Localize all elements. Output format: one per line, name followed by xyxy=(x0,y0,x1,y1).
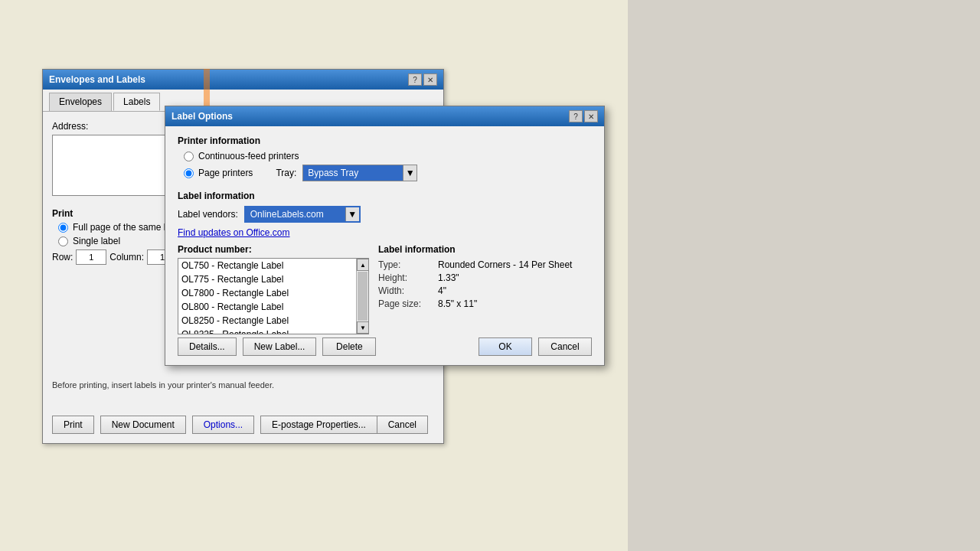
label-options-titlebar: Label Options ? ✕ xyxy=(165,106,604,126)
list-item[interactable]: OL7800 - Rectangle Label xyxy=(178,286,356,300)
product-scrollbar[interactable]: ▲ ▼ xyxy=(356,259,368,334)
width-val: 4" xyxy=(438,285,446,296)
tray-label: Tray: xyxy=(276,168,296,178)
product-list: OL750 - Rectangle Label OL775 - Rectangl… xyxy=(178,259,368,334)
label-info-section: Label information Label vendors: OnlineL… xyxy=(178,191,592,238)
continuous-feed-radio[interactable] xyxy=(184,152,194,161)
full-page-radio[interactable] xyxy=(58,223,68,233)
page-size-val: 8.5" x 11" xyxy=(438,298,477,309)
label-info-header: Label information xyxy=(178,191,592,201)
height-val: 1.33" xyxy=(438,272,459,283)
info-row-page-size: Page size: 8.5" x 11" xyxy=(378,298,592,309)
dialog-content: Printer information Continuous-feed prin… xyxy=(165,126,604,344)
label-options-help-button[interactable]: ? xyxy=(569,110,583,122)
row-label: Row: xyxy=(52,252,73,262)
label-options-title: Label Options xyxy=(172,111,233,122)
continuous-feed-label: Continuous-feed printers xyxy=(198,151,299,161)
dialog-left-buttons: Details... New Label... Delete xyxy=(178,337,376,356)
product-number-header: Product number: xyxy=(178,244,369,255)
page-size-key: Page size: xyxy=(378,298,432,309)
find-updates-link[interactable]: Find updates on Office.com xyxy=(178,227,592,238)
dialog-right-buttons: OK Cancel xyxy=(479,337,592,356)
env-labels-titlebar: Envelopes and Labels ? ✕ xyxy=(43,70,443,90)
address-textarea[interactable] xyxy=(52,135,175,196)
cancel-button[interactable]: Cancel xyxy=(538,337,592,356)
single-label-radio[interactable] xyxy=(58,236,68,246)
env-labels-title: Envelopes and Labels xyxy=(49,74,145,85)
print-button[interactable]: Print xyxy=(52,416,94,434)
info-table: Type: Rounded Corners - 14 Per Sheet Hei… xyxy=(378,259,592,309)
label-options-titlebar-buttons: ? ✕ xyxy=(569,110,598,122)
type-key: Type: xyxy=(378,259,432,270)
type-val: Rounded Corners - 14 Per Sheet xyxy=(438,259,572,270)
bottom-buttons: Print New Document Options... E-postage … xyxy=(52,416,377,434)
vendor-row: Label vendors: OnlineLabels.com ▼ xyxy=(178,206,592,223)
titlebar-buttons: ? ✕ xyxy=(408,73,437,86)
tab-labels[interactable]: Labels xyxy=(113,93,160,111)
printer-info-header: Printer information xyxy=(178,135,592,146)
info-row-width: Width: 4" xyxy=(378,285,592,296)
list-item[interactable]: OL800 - Rectangle Label xyxy=(178,300,356,314)
two-col-layout: Product number: OL750 - Rectangle Label … xyxy=(178,244,592,334)
product-col: Product number: OL750 - Rectangle Label … xyxy=(178,244,369,334)
label-info-col-title: Label information xyxy=(378,244,592,255)
tray-row: Tray: Bypass Tray ▼ xyxy=(276,165,417,181)
new-document-button[interactable]: New Document xyxy=(100,416,186,434)
page-printers-option[interactable]: Page printers Tray: Bypass Tray ▼ xyxy=(184,165,592,181)
single-label-label: Single label xyxy=(73,236,120,246)
env-cancel-container: Cancel xyxy=(377,416,428,434)
page-printers-label: Page printers xyxy=(198,168,253,178)
scroll-down-button[interactable]: ▼ xyxy=(357,321,369,334)
product-listbox[interactable]: OL750 - Rectangle Label OL775 - Rectangl… xyxy=(178,258,369,334)
right-panel xyxy=(628,0,980,551)
tray-dropdown-arrow[interactable]: ▼ xyxy=(403,165,416,181)
info-row-type: Type: Rounded Corners - 14 Per Sheet xyxy=(378,259,592,270)
address-label: Address: xyxy=(52,121,88,132)
new-label-button[interactable]: New Label... xyxy=(243,337,317,356)
list-item[interactable]: OL8250 - Rectangle Label xyxy=(178,314,356,328)
details-button[interactable]: Details... xyxy=(178,337,237,356)
label-options-close-button[interactable]: ✕ xyxy=(584,110,598,122)
label-info-col: Label information Type: Rounded Corners … xyxy=(378,244,592,334)
close-button[interactable]: ✕ xyxy=(423,73,437,86)
list-item[interactable]: OL750 - Rectangle Label xyxy=(178,259,356,272)
list-item[interactable]: OL8325 - Rectangle Label xyxy=(178,328,356,334)
scroll-up-button[interactable]: ▲ xyxy=(357,259,369,271)
scroll-thumb xyxy=(358,272,368,321)
bottom-note: Before printing, insert labels in your p… xyxy=(52,380,435,390)
env-cancel-button[interactable]: Cancel xyxy=(377,416,428,434)
row-input[interactable] xyxy=(76,249,106,265)
vendor-dropdown-text: OnlineLabels.com xyxy=(246,207,345,221)
info-row-height: Height: 1.33" xyxy=(378,272,592,283)
continuous-feed-option[interactable]: Continuous-feed printers xyxy=(184,151,592,161)
tab-envelopes[interactable]: Envelopes xyxy=(49,93,112,111)
ok-button[interactable]: OK xyxy=(479,337,532,356)
printer-radio-group: Continuous-feed printers Page printers T… xyxy=(178,151,592,181)
options-button[interactable]: Options... xyxy=(192,416,254,434)
list-item[interactable]: OL775 - Rectangle Label xyxy=(178,272,356,286)
tray-dropdown-text: Bypass Tray xyxy=(303,165,403,181)
vendor-dropdown-arrow[interactable]: ▼ xyxy=(345,207,359,221)
width-key: Width: xyxy=(378,285,432,296)
page-printers-radio[interactable] xyxy=(184,168,194,178)
e-postage-button[interactable]: E-postage Properties... xyxy=(260,416,377,434)
label-options-dialog: Label Options ? ✕ Printer information Co… xyxy=(165,106,605,366)
vendor-label: Label vendors: xyxy=(178,209,238,220)
delete-button[interactable]: Delete xyxy=(322,337,376,356)
height-key: Height: xyxy=(378,272,432,283)
col-label: Column: xyxy=(109,252,144,262)
help-button[interactable]: ? xyxy=(408,73,422,86)
dialog-bottom-buttons: Details... New Label... Delete OK Cancel xyxy=(178,337,592,356)
printer-info-section: Printer information Continuous-feed prin… xyxy=(178,135,592,181)
tray-dropdown[interactable]: Bypass Tray ▼ xyxy=(302,165,417,181)
vendor-dropdown[interactable]: OnlineLabels.com ▼ xyxy=(244,206,361,223)
